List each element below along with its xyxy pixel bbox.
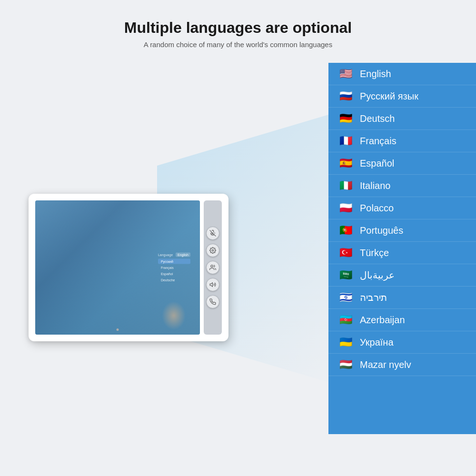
intercom-icon bbox=[209, 264, 216, 271]
settings-button[interactable] bbox=[206, 244, 219, 257]
flag-spanish: 🇪🇸 bbox=[337, 157, 354, 169]
volume-icon bbox=[209, 281, 216, 288]
screen-label: Language bbox=[158, 253, 173, 257]
language-item-azerbaijani[interactable]: 🇦🇿Azerbaijan bbox=[328, 309, 476, 331]
flag-portuguese: 🇵🇹 bbox=[337, 224, 354, 237]
language-name-german: Deutsch bbox=[360, 113, 395, 124]
language-item-hebrew[interactable]: 🇮🇱תירביה bbox=[328, 287, 476, 309]
page-subtitle: A random choice of many of the world's c… bbox=[10, 40, 466, 49]
mute-button[interactable] bbox=[206, 227, 219, 240]
language-name-english: English bbox=[360, 69, 391, 79]
device-dot bbox=[117, 328, 119, 331]
flag-italian: 🇮🇹 bbox=[337, 179, 354, 192]
screen-menu: Language English Pусский Français Españo… bbox=[158, 253, 190, 283]
language-item-german[interactable]: 🇩🇪Deutsch bbox=[328, 108, 476, 130]
language-name-russian: Русский язык bbox=[360, 91, 418, 102]
language-item-portuguese[interactable]: 🇵🇹Português bbox=[328, 219, 476, 242]
language-item-russian[interactable]: 🇷🇺Русский язык bbox=[328, 85, 476, 108]
language-name-portuguese: Português bbox=[360, 225, 403, 236]
screen-menu-header: Language English bbox=[158, 253, 190, 257]
svg-point-2 bbox=[211, 265, 213, 268]
flag-arabic: 🇸🇦 bbox=[337, 269, 354, 281]
intercom-button[interactable] bbox=[206, 261, 219, 274]
settings-icon bbox=[209, 247, 216, 254]
language-name-azerbaijani: Azerbaijan bbox=[360, 315, 405, 326]
device-buttons bbox=[204, 200, 222, 335]
language-name-spanish: Español bbox=[360, 158, 394, 169]
language-list: 🇺🇸English🇷🇺Русский язык🇩🇪Deutsch🇫🇷França… bbox=[328, 63, 476, 434]
flag-hebrew: 🇮🇱 bbox=[337, 291, 354, 304]
language-item-spanish[interactable]: 🇪🇸Español bbox=[328, 152, 476, 175]
volume-button[interactable] bbox=[206, 278, 219, 291]
device-screen: Language English Pусский Français Españo… bbox=[35, 200, 200, 335]
flag-azerbaijani: 🇦🇿 bbox=[337, 314, 354, 326]
mute-icon bbox=[209, 230, 216, 237]
screen-option-2[interactable]: Français bbox=[158, 265, 190, 270]
call-icon bbox=[209, 298, 216, 305]
header: Multiple languages are optional A random… bbox=[0, 0, 476, 58]
flag-hungarian: 🇭🇺 bbox=[337, 358, 354, 371]
language-item-hungarian[interactable]: 🇭🇺Mazar nyelv bbox=[328, 354, 476, 376]
svg-marker-3 bbox=[210, 283, 212, 287]
main-content: Language English Pусский Français Españo… bbox=[0, 63, 476, 434]
language-item-french[interactable]: 🇫🇷Français bbox=[328, 130, 476, 152]
screen-hand bbox=[162, 301, 186, 330]
language-name-ukrainian: Україна bbox=[360, 337, 394, 348]
language-item-arabic[interactable]: 🇸🇦عربيةبال bbox=[328, 264, 476, 287]
language-name-polish: Polacco bbox=[360, 203, 394, 214]
flag-french: 🇫🇷 bbox=[337, 135, 354, 147]
page-container: Multiple languages are optional A random… bbox=[0, 0, 476, 476]
svg-point-1 bbox=[212, 249, 214, 251]
language-name-hebrew: תירביה bbox=[360, 292, 387, 303]
language-name-hungarian: Mazar nyelv bbox=[360, 359, 411, 370]
language-item-turkish[interactable]: 🇹🇷Türkçe bbox=[328, 242, 476, 264]
flag-turkish: 🇹🇷 bbox=[337, 247, 354, 259]
screen-option-4[interactable]: Deutsche bbox=[158, 278, 190, 283]
screen-option-3[interactable]: Español bbox=[158, 271, 190, 277]
device-frame: Language English Pусский Français Españo… bbox=[29, 194, 228, 341]
language-item-ukrainian[interactable]: 🇺🇦Україна bbox=[328, 331, 476, 354]
language-name-italian: Italiano bbox=[360, 180, 391, 191]
language-name-turkish: Türkçe bbox=[360, 248, 389, 258]
flag-polish: 🇵🇱 bbox=[337, 202, 354, 214]
language-name-french: Français bbox=[360, 136, 397, 147]
flag-german: 🇩🇪 bbox=[337, 112, 354, 125]
page-title: Multiple languages are optional bbox=[10, 19, 466, 37]
language-item-italian[interactable]: 🇮🇹Italiano bbox=[328, 175, 476, 197]
language-name-arabic: عربيةبال bbox=[360, 269, 395, 281]
screen-selected: English bbox=[176, 253, 190, 257]
call-button[interactable] bbox=[206, 295, 219, 308]
language-item-polish[interactable]: 🇵🇱Polacco bbox=[328, 197, 476, 219]
language-item-english[interactable]: 🇺🇸English bbox=[328, 63, 476, 85]
flag-english: 🇺🇸 bbox=[337, 68, 354, 80]
flag-ukrainian: 🇺🇦 bbox=[337, 336, 354, 348]
screen-option-1[interactable]: Pусский bbox=[158, 259, 190, 264]
flag-russian: 🇷🇺 bbox=[337, 90, 354, 102]
